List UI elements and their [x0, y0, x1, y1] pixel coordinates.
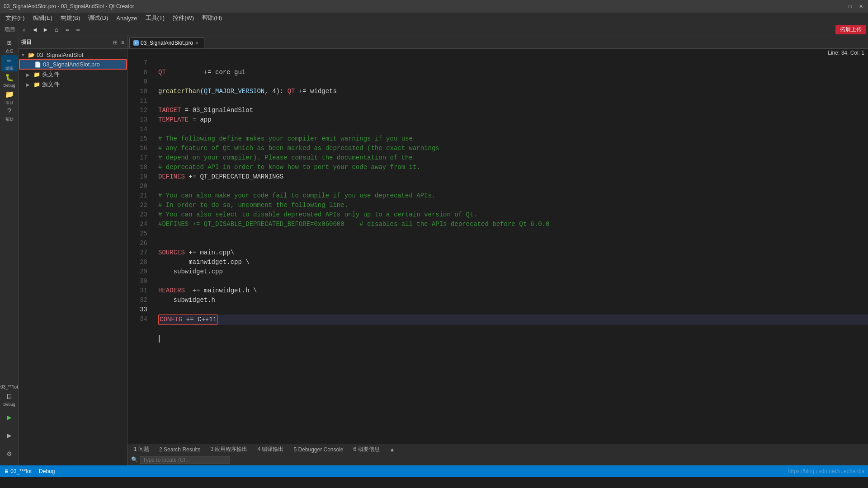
status-right: https://blog.csdn.net/xuechanba: [788, 468, 864, 474]
main-layout: ⊞ 欢迎 ✏ 编辑 🐛 Debug 📁 项目 ? 帮助 03_***lot 🖥 …: [0, 36, 868, 465]
menu-debug[interactable]: 调试(D): [85, 13, 112, 23]
menu-analyze[interactable]: Analyze: [113, 14, 141, 23]
tree-item-root[interactable]: ▼ 📂 03_SignalAndSlot: [19, 51, 127, 59]
bottom-tab-search[interactable]: 2 Search Results: [155, 446, 205, 454]
line-14: # The following define makes your compil…: [158, 135, 413, 142]
line-16: # depend on your compiler). Please consu…: [158, 154, 413, 161]
line-8: [158, 78, 162, 85]
line-13: [158, 126, 162, 133]
bottom-tab-summary[interactable]: 6 概要信息: [349, 445, 384, 454]
project-tree: ▼ 📂 03_SignalAndSlot 📄 03_SignalAndSlot.…: [19, 49, 127, 465]
line-34: [158, 334, 868, 344]
menu-help[interactable]: 帮助(H): [198, 13, 226, 23]
left-sidebar: ⊞ 欢迎 ✏ 编辑 🐛 Debug 📁 项目 ? 帮助 03_***lot 🖥 …: [0, 36, 19, 465]
window-controls: — □ ✕: [835, 3, 864, 10]
sidebar-item-edit[interactable]: ✏ 编辑: [1, 55, 18, 71]
tree-icon-headers: 📁: [33, 71, 40, 78]
line-29: [158, 277, 162, 285]
tree-icon-root: 📂: [28, 52, 35, 58]
editor-content[interactable]: 7 8 9 10 11 12 13 14 15 16 17 18 19 20 2…: [127, 49, 868, 444]
line-6: [158, 59, 162, 66]
run-debug-button[interactable]: 🖥 Debug: [1, 391, 17, 408]
toolbar-btn-3[interactable]: ▶: [41, 25, 51, 35]
right-panel-area: P 03_SignalAndSlot.pro ✕ Line: 34, Col: …: [127, 36, 868, 465]
cursor-info: Line: 34, Col: 1: [828, 50, 864, 56]
tree-label-sources: 源文件: [42, 80, 60, 89]
sidebar-item-project[interactable]: 📁 项目: [1, 89, 18, 106]
menu-file[interactable]: 文件(F): [2, 13, 28, 23]
line-26: SOURCES += main.cpp\: [158, 249, 234, 256]
tree-item-sources[interactable]: ▶ 📁 源文件: [19, 80, 127, 89]
line-27: mainwidget.cpp \: [158, 258, 250, 266]
bottom-tab-expand[interactable]: ▲: [385, 446, 400, 454]
minimize-button[interactable]: —: [835, 3, 843, 10]
line-30: HEADERS += mainwidget.h \: [158, 287, 257, 294]
title-text: 03_SignalAndSlot.pro - 03_SignalAndSlot …: [4, 3, 134, 9]
bottom-tab-app-output[interactable]: 3 应用程序输出: [206, 445, 252, 454]
line-20: # You can also make your code fail to co…: [158, 192, 435, 199]
toolbar-btn-5[interactable]: ⇦: [62, 25, 72, 35]
code-lines[interactable]: QT += core gui greaterThan(QT_MAJOR_VERS…: [151, 49, 868, 444]
line-7: QT += core gui: [158, 69, 245, 76]
project-collapse-btn[interactable]: ≡: [120, 38, 125, 47]
line-19: [158, 183, 162, 190]
run-project-button[interactable]: ▶: [1, 427, 17, 444]
status-debug: 🖥 03_***lot: [4, 468, 32, 474]
tab-file-icon: P: [133, 40, 139, 46]
tree-label-pro: 03_SignalAndSlot.pro: [43, 61, 100, 68]
sidebar-item-welcome[interactable]: ⊞ 欢迎: [1, 38, 18, 54]
line-17: # deprecated API in order to know how to…: [158, 164, 420, 171]
tab-pro-file[interactable]: P 03_SignalAndSlot.pro ✕: [129, 38, 204, 48]
bottom-panel: 1 问题 2 Search Results 3 应用程序输出 4 编译输出 5 …: [127, 444, 868, 455]
tree-item-headers[interactable]: ▶ 📁 头文件: [19, 70, 127, 80]
bottom-tab-compile[interactable]: 4 编译输出: [253, 445, 288, 454]
toolbar-btn-2[interactable]: ◀: [30, 25, 40, 35]
csdn-link[interactable]: https://blog.csdn.net/xuechanba: [788, 468, 864, 474]
line-18: DEFINES += QT_DEPRECATED_WARNINGS: [158, 173, 283, 180]
search-icon: 🔍: [131, 456, 138, 463]
project-panel: 项目 ⊞ ≡ ▼ 📂 03_SignalAndSlot 📄 03_SignalA…: [19, 36, 127, 465]
line-23: #DEFINES += QT_DISABLE_DEPRECATED_BEFORE…: [158, 221, 549, 228]
run-button[interactable]: ▶: [1, 409, 17, 426]
tree-icon-pro: 📄: [34, 61, 41, 68]
toolbar-btn-4[interactable]: ⌂: [52, 25, 61, 35]
editor-wrapper: Line: 34, Col: 1 7 8 9 10 11 12 13 14 15…: [127, 49, 868, 444]
line-25: [158, 239, 162, 247]
project-title: 项目: [21, 38, 110, 46]
tree-icon-sources: 📁: [33, 81, 40, 88]
title-bar: 03_SignalAndSlot.pro - 03_SignalAndSlot …: [0, 0, 868, 13]
tab-close-button[interactable]: ✕: [195, 41, 198, 46]
debug-label-bottom: 03_***lot: [0, 385, 18, 389]
search-bar: 🔍: [127, 455, 868, 465]
project-filter-btn[interactable]: ⊞: [112, 38, 118, 47]
tree-item-pro-file[interactable]: 📄 03_SignalAndSlot.pro: [19, 59, 127, 70]
close-button[interactable]: ✕: [857, 3, 864, 10]
bottom-tab-debugger[interactable]: 5 Debugger Console: [289, 446, 348, 454]
line-15: # any feature of Qt which as been marked…: [158, 145, 439, 152]
menu-edit[interactable]: 编辑(E): [29, 13, 56, 23]
status-debug-label: Debug: [39, 468, 55, 474]
settings-button[interactable]: ⚙: [1, 446, 17, 462]
line-32: [158, 306, 162, 313]
toolbar-btn-1[interactable]: ⬦: [19, 25, 29, 35]
maximize-button[interactable]: □: [846, 3, 854, 10]
toolbar: 项目 ⬦ ◀ ▶ ⌂ ⇦ ⇨ 拓展上传: [0, 23, 868, 36]
sidebar-item-debug[interactable]: 🐛 Debug: [1, 72, 18, 89]
line-24: [158, 230, 162, 237]
line-9: greaterThan(QT_MAJOR_VERSION, 4): QT += …: [158, 88, 337, 95]
tab-label: 03_SignalAndSlot.pro: [141, 40, 193, 46]
tree-label-headers: 头文件: [42, 70, 60, 79]
menu-bar: 文件(F) 编辑(E) 构建(B) 调试(D) Analyze 工具(T) 控件…: [0, 13, 868, 23]
tree-label-root: 03_SignalAndSlot: [37, 52, 83, 58]
debug-button[interactable]: 拓展上传: [835, 25, 866, 34]
line-10: [158, 97, 162, 104]
sidebar-item-help[interactable]: ? 帮助: [1, 107, 18, 123]
menu-control[interactable]: 控件(W): [169, 13, 198, 23]
menu-build[interactable]: 构建(B): [57, 13, 84, 23]
project-header: 项目 ⊞ ≡: [19, 36, 127, 49]
search-input[interactable]: [140, 456, 230, 464]
status-left: 🖥 03_***lot Debug: [4, 468, 55, 474]
menu-tools[interactable]: 工具(T): [142, 13, 169, 23]
toolbar-btn-6[interactable]: ⇨: [73, 25, 83, 35]
bottom-tab-issues[interactable]: 1 问题: [129, 445, 154, 454]
